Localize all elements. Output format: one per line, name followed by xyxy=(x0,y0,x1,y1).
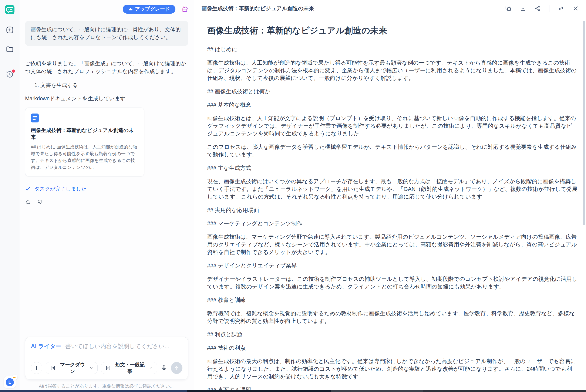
format-dropdown-label: マークダウン xyxy=(58,362,87,374)
app-window: L アップグレード xyxy=(0,0,586,392)
files-button[interactable] xyxy=(5,45,15,54)
style-dropdown-label: 短文・一般記事 xyxy=(113,362,146,374)
generating-status: Markdownドキュメントを生成しています xyxy=(25,95,188,102)
task-complete-label: タスクが完了しました。 xyxy=(34,185,92,192)
upgrade-label: アップグレード xyxy=(135,6,170,12)
document-paragraph: ### マーケティングとコンテンツ制作 xyxy=(207,220,578,227)
premium-crown-badge xyxy=(12,374,18,380)
document-paragraph: このプロセスは、膨大な画像データを学習した機械学習モデルが、テキスト情報からパタ… xyxy=(207,143,578,158)
document-paragraph: ## はじめに xyxy=(207,46,578,53)
ai-writer-mode-label[interactable]: AI ライター xyxy=(31,342,62,350)
markdown-file-icon xyxy=(50,365,56,371)
history-button[interactable] xyxy=(5,70,15,80)
document-file-icon xyxy=(31,113,39,123)
document-paragraph: ### 技術の利点 xyxy=(207,344,578,352)
check-icon xyxy=(25,186,30,192)
document-paragraph: ## 利点と課題 xyxy=(207,330,578,338)
document-card[interactable]: 画像生成技術：革新的なビジュアル創造の未来 ## はじめに 画像生成技術は、人工… xyxy=(25,108,144,176)
new-chat-button[interactable] xyxy=(5,26,15,35)
microphone-icon xyxy=(160,364,168,372)
sidebar-rail: L xyxy=(0,0,20,392)
document-paragraph: 画像生成技術とは、人工知能が文字による説明（プロンプト）を受け取り、それに基づい… xyxy=(207,114,578,137)
document-blocks: ## はじめに 画像生成技術は、人工知能が創造的な領域で果たし得る可能性を示す最… xyxy=(207,46,578,392)
prompt-input[interactable] xyxy=(65,343,182,350)
chat-topbar: アップグレード xyxy=(25,0,188,14)
arrow-up-icon xyxy=(174,365,180,371)
format-dropdown[interactable]: マークダウン xyxy=(46,362,98,374)
actions-divider xyxy=(549,5,550,12)
chevron-down-icon xyxy=(149,366,153,370)
chat-messages: 画像生成について、一般向けに論理的に一貫性があり、文体的にも統一された内容をプロ… xyxy=(25,14,188,337)
chevron-down-icon xyxy=(90,366,93,370)
assistant-reply: ご依頼を承りました。「画像生成」について、一般向けで論理的かつ文体の統一されたプ… xyxy=(25,60,188,75)
feedback-row xyxy=(25,199,188,205)
document-paragraph: 画像生成技術の最大の利点は、制作の効率化と民主化です。従来は専門家にしかできなか… xyxy=(207,357,578,380)
document-paragraph: ### 主な生成方式 xyxy=(207,164,578,172)
upgrade-button[interactable]: アップグレード xyxy=(123,5,176,14)
document-panel-actions xyxy=(505,5,579,12)
os-bottom-strip xyxy=(0,390,586,392)
thumbs-up-icon[interactable] xyxy=(25,199,31,205)
gift-icon[interactable] xyxy=(181,6,188,12)
composer: AI ライター マークダウン xyxy=(25,337,188,380)
document-panel: 画像生成技術：革新的なビジュアル創造の未来 xyxy=(194,0,586,392)
send-button[interactable] xyxy=(171,362,182,374)
task-step: 1. 文書を生成する xyxy=(25,82,188,89)
attach-button[interactable] xyxy=(31,362,42,374)
notification-dot xyxy=(12,70,15,73)
close-icon[interactable] xyxy=(572,5,579,12)
folder-icon xyxy=(6,45,14,54)
user-message: 画像生成について、一般向けに論理的に一貫性があり、文体的にも統一された内容をプロ… xyxy=(25,21,188,46)
plus-icon xyxy=(34,365,39,371)
document-paragraph: ## 画像生成技術とは何か xyxy=(207,88,578,95)
document-panel-title: 画像生成技術：革新的なビジュアル創造の未来 xyxy=(202,5,314,12)
ai-disclaimer: AIは誤答することがあります。重要な情報は必ずご確認ください。 xyxy=(25,383,188,389)
document-card-title: 画像生成技術：革新的なビジュアル創造の未来 xyxy=(31,127,138,140)
download-icon[interactable] xyxy=(520,5,526,12)
expand-icon[interactable] xyxy=(558,5,564,12)
style-dropdown[interactable]: 短文・一般記事 xyxy=(101,362,157,374)
thumbs-down-icon[interactable] xyxy=(37,199,43,205)
task-complete-row: タスクが完了しました。 xyxy=(25,185,188,192)
mic-button[interactable] xyxy=(160,364,168,372)
document-paragraph: 画像生成技術は、マーケティング分野で急速に導入されています。製品紹介用のビジュア… xyxy=(207,233,578,256)
document-panel-header: 画像生成技術：革新的なビジュアル創造の未来 xyxy=(194,0,586,17)
document-paragraph: ### 基本的な概念 xyxy=(207,101,578,109)
crown-icon xyxy=(128,7,133,12)
rail-divider xyxy=(5,62,15,62)
document-card-preview: ## はじめに 画像生成技術は、人工知能が創造的な領域で果たし得る可能性を示す最… xyxy=(31,144,138,171)
copy-icon[interactable] xyxy=(505,5,511,12)
chat-panel: アップグレード 画像生成について、一般向けに論理的に一貫性があり、文体的にも統一… xyxy=(20,0,194,392)
document-paragraph: ### デザインとクリエイティブ業界 xyxy=(207,262,578,269)
document-paragraph: ## 実用的な応用場面 xyxy=(207,206,578,214)
document-paragraph: ### 教育と訓練 xyxy=(207,296,578,304)
document-title: 画像生成技術：革新的なビジュアル創造の未来 xyxy=(207,25,578,36)
document-paragraph: 現在、画像生成技術にはいくつかの異なるアプローチが存在します。最も一般的な方式は… xyxy=(207,178,578,200)
document-paragraph: 教育機関では、複雑な概念を視覚的に説明するための教材制作に画像生成技術を活用し始… xyxy=(207,310,578,325)
share-icon[interactable] xyxy=(534,5,541,12)
plus-square-icon xyxy=(6,26,14,35)
document-content: 画像生成技術：革新的なビジュアル創造の未来 ## はじめに 画像生成技術は、人工… xyxy=(194,17,586,392)
app-logo-icon[interactable] xyxy=(5,5,15,14)
user-avatar[interactable]: L xyxy=(4,376,16,388)
document-paragraph: 画像生成技術は、人工知能が創造的な領域で果たし得る可能性を示す最も顕著な例の一つ… xyxy=(207,59,578,82)
document-paragraph: デザイナーやイラストレーターは、この技術を制作プロセスの補助ツールとして導入し、… xyxy=(207,275,578,290)
vertical-scrollbar-thumb[interactable] xyxy=(583,21,585,225)
avatar-initial: L xyxy=(6,378,14,386)
article-file-icon xyxy=(106,365,111,371)
